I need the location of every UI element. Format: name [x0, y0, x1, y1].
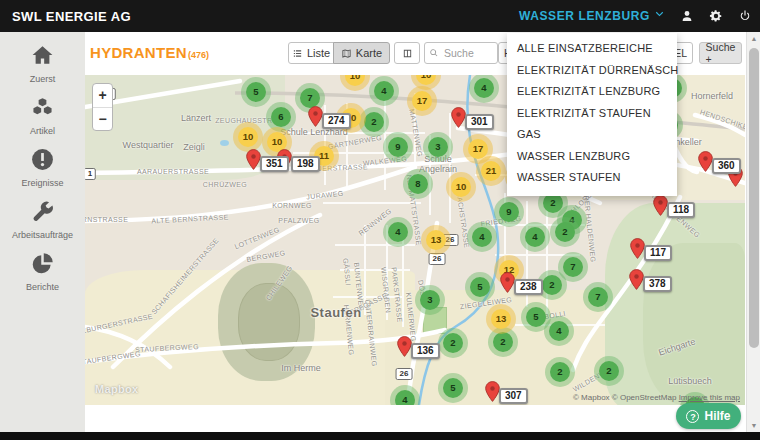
- dropdown-item-alle-einsatzbereiche[interactable]: ALLE EINSATZBEREICHE: [507, 38, 677, 60]
- hydrant-pin[interactable]: [308, 106, 323, 127]
- power-icon[interactable]: [738, 9, 752, 23]
- advanced-search-label: Suche +: [706, 41, 736, 65]
- cluster-marker-green[interactable]: 2: [555, 222, 575, 242]
- street-label: PFALZWEG: [278, 217, 319, 224]
- context-selector[interactable]: WASSER LENZBURG: [519, 9, 665, 23]
- sidebar-item-artikel[interactable]: Artikel: [0, 95, 85, 136]
- hydrant-pin[interactable]: [451, 107, 466, 128]
- user-icon[interactable]: [680, 9, 694, 23]
- cluster-marker-green[interactable]: 3: [420, 290, 440, 310]
- hydrant-pin-label[interactable]: 274: [322, 113, 351, 129]
- sidebar-item-ereignisse[interactable]: Ereignisse: [0, 147, 85, 188]
- hydrant-pin-label[interactable]: 307: [499, 388, 528, 404]
- route-shield: 26: [396, 368, 413, 380]
- hydrant-pin[interactable]: [653, 195, 668, 216]
- hydrant-pin-label[interactable]: 136: [411, 343, 440, 359]
- cluster-marker-green[interactable]: 2: [364, 112, 384, 132]
- hydrant-pin[interactable]: [500, 272, 515, 293]
- cluster-marker-green[interactable]: 7: [588, 287, 608, 307]
- advanced-search-button[interactable]: Suche +: [699, 42, 742, 64]
- cluster-marker-green[interactable]: 7: [563, 257, 583, 277]
- street-label: KORNWEG: [272, 202, 312, 209]
- einsatzbereich-dropdown: ALLE EINSATZBEREICHEELEKTRIZITÄT DÜRRENÄ…: [507, 33, 677, 196]
- help-button[interactable]: ? Hilfe: [676, 403, 741, 429]
- hydrant-pin-label[interactable]: 238: [514, 279, 543, 295]
- cluster-marker-green[interactable]: 2: [599, 361, 619, 381]
- wrench-icon: [30, 199, 55, 228]
- hydrant-pin[interactable]: [246, 149, 261, 170]
- cluster-marker-yellow[interactable]: 10: [238, 127, 258, 147]
- cluster-marker-green[interactable]: 2: [493, 332, 513, 352]
- place-label: Lütisbuech: [668, 376, 712, 386]
- cluster-marker-green[interactable]: 5: [526, 307, 546, 327]
- cluster-marker-green[interactable]: 7: [300, 88, 320, 108]
- cluster-marker-green[interactable]: 5: [246, 82, 266, 102]
- search-input[interactable]: [442, 46, 493, 60]
- cluster-marker-green[interactable]: 8: [408, 174, 428, 194]
- zoom-out-button[interactable]: −: [93, 107, 112, 130]
- cluster-marker-green[interactable]: 9: [499, 202, 519, 222]
- cluster-marker-yellow[interactable]: 13: [426, 230, 446, 250]
- cluster-marker-green[interactable]: 4: [472, 227, 492, 247]
- gear-icon[interactable]: [709, 9, 723, 23]
- cluster-marker-yellow[interactable]: 10: [451, 177, 471, 197]
- place-label: Länzert: [181, 113, 211, 123]
- sidebar-item-arbeitsauftraege[interactable]: Arbeitsaufträge: [0, 199, 85, 240]
- cluster-marker-yellow[interactable]: 17: [412, 91, 432, 111]
- cluster-marker-green[interactable]: 2: [550, 362, 570, 382]
- cluster-marker-green[interactable]: 3: [428, 137, 448, 157]
- cluster-marker-green[interactable]: 2: [542, 275, 562, 295]
- improve-map-link[interactable]: Improve this map: [679, 393, 740, 402]
- cluster-marker-green[interactable]: 4: [388, 222, 408, 242]
- map-view-label: Karte: [356, 47, 382, 59]
- cluster-marker-green[interactable]: 2: [543, 193, 563, 213]
- hydrant-pin-label[interactable]: 117: [644, 245, 672, 261]
- cluster-marker-green[interactable]: 5: [443, 378, 463, 398]
- cluster-marker-green[interactable]: 4: [374, 81, 394, 101]
- dropdown-item-elektrizit-t-d-rren-sch[interactable]: ELEKTRIZITÄT DÜRRENÄSCH: [507, 60, 677, 82]
- place-label: Zeigli: [183, 142, 205, 152]
- cluster-marker-green[interactable]: 4: [525, 227, 545, 247]
- cluster-marker-green[interactable]: 4: [474, 78, 494, 98]
- hydrant-pin-label[interactable]: 198: [291, 156, 320, 172]
- zoom-in-button[interactable]: +: [93, 84, 112, 107]
- cluster-marker-green[interactable]: 5: [470, 277, 490, 297]
- sidebar-item-berichte[interactable]: Berichte: [0, 251, 85, 292]
- hydrant-pin-label[interactable]: 360: [712, 158, 741, 174]
- vertical-scrollbar[interactable]: ▲ ▼: [746, 32, 760, 432]
- street-label: AARAUERSTRASSE: [137, 168, 209, 175]
- columns-button[interactable]: [394, 42, 420, 64]
- list-view-button[interactable]: Liste: [288, 42, 334, 64]
- scroll-up-arrow[interactable]: ▲: [747, 32, 760, 45]
- map-view-button[interactable]: Karte: [333, 42, 390, 64]
- sidebar-item-zuerst[interactable]: Zuerst: [0, 43, 85, 84]
- pie-icon: [30, 251, 55, 280]
- dropdown-item-wasser-staufen[interactable]: WASSER STAUFEN: [507, 167, 677, 189]
- hydrant-pin[interactable]: [698, 151, 713, 172]
- dropdown-item-gas[interactable]: GAS: [507, 124, 677, 146]
- dropdown-item-wasser-lenzburg[interactable]: WASSER LENZBURG: [507, 146, 677, 168]
- cluster-marker-yellow[interactable]: 13: [491, 309, 511, 329]
- scroll-down-arrow[interactable]: ▼: [747, 419, 760, 432]
- application-window: SWL ENERGIE AG WASSER LENZBURG ZuerstArt…: [0, 0, 760, 440]
- cluster-marker-green[interactable]: 9: [388, 137, 408, 157]
- sidebar-item-label: Artikel: [30, 126, 55, 136]
- scrollbar-thumb[interactable]: [749, 48, 759, 348]
- cluster-marker-yellow[interactable]: 21: [481, 161, 501, 181]
- cluster-marker-green[interactable]: 6: [271, 107, 291, 127]
- hydrant-pin[interactable]: [485, 381, 500, 402]
- hydrant-pin-label[interactable]: 301: [465, 114, 494, 130]
- cluster-marker-green[interactable]: 4: [395, 390, 415, 405]
- cluster-marker-yellow[interactable]: 17: [468, 139, 488, 159]
- hydrant-pin[interactable]: [630, 238, 645, 259]
- hydrant-pin-label[interactable]: 351: [260, 156, 289, 172]
- dropdown-item-elektrizit-t-lenzburg[interactable]: ELEKTRIZITÄT LENZBURG: [507, 81, 677, 103]
- hydrant-pin-label[interactable]: 378: [643, 276, 672, 292]
- dropdown-item-elektrizit-t-staufen[interactable]: ELEKTRIZITÄT STAUFEN: [507, 103, 677, 125]
- hydrant-pin[interactable]: [397, 336, 412, 357]
- cluster-marker-green[interactable]: 2: [443, 333, 463, 353]
- hydrant-pin[interactable]: [629, 269, 644, 290]
- cluster-marker-green[interactable]: 4: [549, 321, 569, 341]
- map-icon: [341, 48, 352, 59]
- hydrant-pin-label[interactable]: 118: [667, 202, 695, 218]
